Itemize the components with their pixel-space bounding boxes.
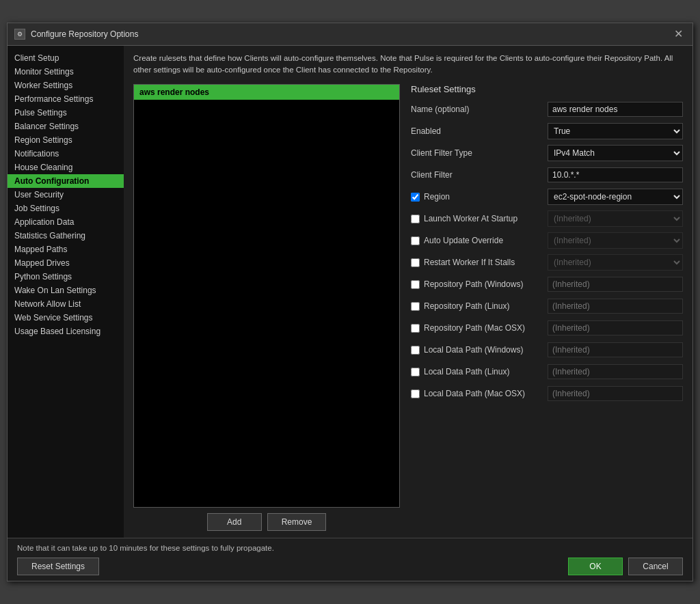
app-icon: ⚙	[14, 29, 25, 40]
enabled-label: Enabled	[411, 126, 548, 136]
client-filter-value	[548, 167, 683, 182]
setting-row-name: Name (optional)	[411, 101, 683, 118]
repo-win-label: Repository Path (Windows)	[411, 279, 548, 289]
enabled-select[interactable]: True False	[548, 123, 683, 139]
local-mac-label: Local Data Path (Mac OSX)	[411, 389, 548, 398]
setting-row-repo-linux: Repository Path (Linux)	[411, 298, 683, 314]
repo-mac-checkbox[interactable]	[411, 324, 420, 333]
auto-update-value: (Inherited)	[548, 232, 683, 249]
restart-worker-label: Restart Worker If It Stalls	[411, 258, 548, 267]
local-linux-input	[548, 364, 683, 379]
sidebar-item-wake-on-lan[interactable]: Wake On Lan Settings	[8, 284, 124, 297]
dialog-window: ⚙ Configure Repository Options ✕ Client …	[7, 23, 693, 582]
sidebar-item-house-cleaning[interactable]: House Cleaning	[8, 161, 124, 174]
bottom-right-buttons: OK Cancel	[568, 558, 683, 575]
setting-row-repo-win: Repository Path (Windows)	[411, 276, 683, 292]
client-filter-label: Client Filter	[411, 170, 548, 180]
local-mac-checkbox[interactable]	[411, 389, 420, 398]
local-mac-value	[548, 386, 683, 401]
sidebar-item-job-settings[interactable]: Job Settings	[8, 202, 124, 215]
setting-row-repo-mac: Repository Path (Mac OSX)	[411, 320, 683, 336]
ruleset-list-item[interactable]: aws render nodes	[134, 85, 399, 100]
sidebar-item-python-settings[interactable]: Python Settings	[8, 270, 124, 284]
sidebar-item-statistics-gathering[interactable]: Statistics Gathering	[8, 229, 124, 243]
setting-row-launch-worker: Launch Worker At Startup (Inherited)	[411, 210, 683, 227]
sidebar-item-usage-based-licensing[interactable]: Usage Based Licensing	[8, 325, 124, 338]
launch-worker-checkbox[interactable]	[411, 215, 420, 223]
top-section: Client Setup Monitor Settings Worker Set…	[8, 46, 692, 538]
sidebar-item-mapped-drives[interactable]: Mapped Drives	[8, 256, 124, 270]
restart-worker-select[interactable]: (Inherited)	[548, 254, 683, 271]
close-button[interactable]: ✕	[671, 27, 686, 41]
sidebar-item-user-security[interactable]: User Security	[8, 188, 124, 202]
sidebar: Client Setup Monitor Settings Worker Set…	[8, 46, 124, 538]
dialog-title: Configure Repository Options	[31, 29, 138, 39]
setting-row-enabled: Enabled True False	[411, 123, 683, 139]
setting-row-region: Region ec2-spot-node-region	[411, 189, 683, 205]
region-label: Region	[411, 192, 548, 202]
local-win-checkbox[interactable]	[411, 346, 420, 355]
bottom-bar: Note that it can take up to 10 minutes f…	[8, 538, 692, 581]
repo-mac-input	[548, 320, 683, 335]
sidebar-item-worker-settings[interactable]: Worker Settings	[8, 79, 124, 92]
sidebar-item-pulse-settings[interactable]: Pulse Settings	[8, 106, 124, 120]
content-area: aws render nodes Add Remove Ruleset Sett…	[133, 84, 683, 531]
add-button[interactable]: Add	[207, 513, 262, 531]
sidebar-item-balancer-settings[interactable]: Balancer Settings	[8, 120, 124, 133]
client-filter-type-label: Client Filter Type	[411, 148, 548, 158]
sidebar-item-application-data[interactable]: Application Data	[8, 215, 124, 229]
sidebar-item-monitor-settings[interactable]: Monitor Settings	[8, 65, 124, 79]
sidebar-item-auto-configuration[interactable]: Auto Configuration	[8, 174, 124, 188]
description-text: Create rulesets that define how Clients …	[133, 53, 683, 77]
auto-update-select[interactable]: (Inherited)	[548, 232, 683, 249]
launch-worker-select[interactable]: (Inherited)	[548, 210, 683, 227]
auto-update-checkbox[interactable]	[411, 236, 420, 245]
ruleset-panel: aws render nodes Add Remove	[133, 84, 400, 531]
sidebar-item-network-allow-list[interactable]: Network Allow List	[8, 297, 124, 311]
sidebar-item-web-service-settings[interactable]: Web Service Settings	[8, 311, 124, 325]
region-select[interactable]: ec2-spot-node-region	[548, 189, 683, 205]
settings-panel: Ruleset Settings Name (optional) Enabled	[411, 84, 683, 531]
name-input[interactable]	[548, 102, 683, 117]
name-label: Name (optional)	[411, 105, 548, 114]
launch-worker-value: (Inherited)	[548, 210, 683, 227]
client-filter-type-select[interactable]: IPv4 Match Hostname Match All	[548, 145, 683, 161]
repo-mac-label: Repository Path (Mac OSX)	[411, 323, 548, 333]
cancel-button[interactable]: Cancel	[628, 558, 683, 575]
local-linux-value	[548, 364, 683, 379]
sidebar-item-client-setup[interactable]: Client Setup	[8, 51, 124, 65]
local-linux-checkbox[interactable]	[411, 368, 420, 376]
setting-row-local-mac: Local Data Path (Mac OSX)	[411, 385, 683, 402]
local-win-value	[548, 342, 683, 357]
sidebar-item-notifications[interactable]: Notifications	[8, 147, 124, 161]
restart-worker-checkbox[interactable]	[411, 258, 420, 267]
launch-worker-label: Launch Worker At Startup	[411, 214, 548, 223]
ruleset-list[interactable]: aws render nodes	[133, 84, 400, 508]
region-checkbox[interactable]	[411, 193, 420, 202]
sidebar-item-region-settings[interactable]: Region Settings	[8, 133, 124, 147]
setting-row-client-filter-type: Client Filter Type IPv4 Match Hostname M…	[411, 145, 683, 161]
local-linux-label: Local Data Path (Linux)	[411, 367, 548, 376]
repo-linux-value	[548, 299, 683, 314]
settings-title: Ruleset Settings	[411, 84, 683, 94]
main-content: Create rulesets that define how Clients …	[124, 46, 692, 538]
local-win-input	[548, 342, 683, 357]
local-mac-input	[548, 386, 683, 401]
sidebar-item-mapped-paths[interactable]: Mapped Paths	[8, 243, 124, 256]
setting-row-local-linux: Local Data Path (Linux)	[411, 363, 683, 380]
enabled-value: True False	[548, 123, 683, 139]
sidebar-item-performance-settings[interactable]: Performance Settings	[8, 92, 124, 106]
remove-button[interactable]: Remove	[267, 513, 327, 531]
repo-win-checkbox[interactable]	[411, 280, 420, 289]
repo-win-value	[548, 277, 683, 292]
client-filter-input[interactable]	[548, 167, 683, 182]
reset-settings-button[interactable]: Reset Settings	[17, 558, 99, 575]
ok-button[interactable]: OK	[568, 558, 623, 575]
footer-note: Note that it can take up to 10 minutes f…	[17, 544, 683, 552]
setting-row-restart-worker: Restart Worker If It Stalls (Inherited)	[411, 254, 683, 271]
setting-row-local-win: Local Data Path (Windows)	[411, 342, 683, 358]
repo-mac-value	[548, 320, 683, 335]
local-win-label: Local Data Path (Windows)	[411, 345, 548, 355]
restart-worker-value: (Inherited)	[548, 254, 683, 271]
repo-linux-checkbox[interactable]	[411, 302, 420, 311]
